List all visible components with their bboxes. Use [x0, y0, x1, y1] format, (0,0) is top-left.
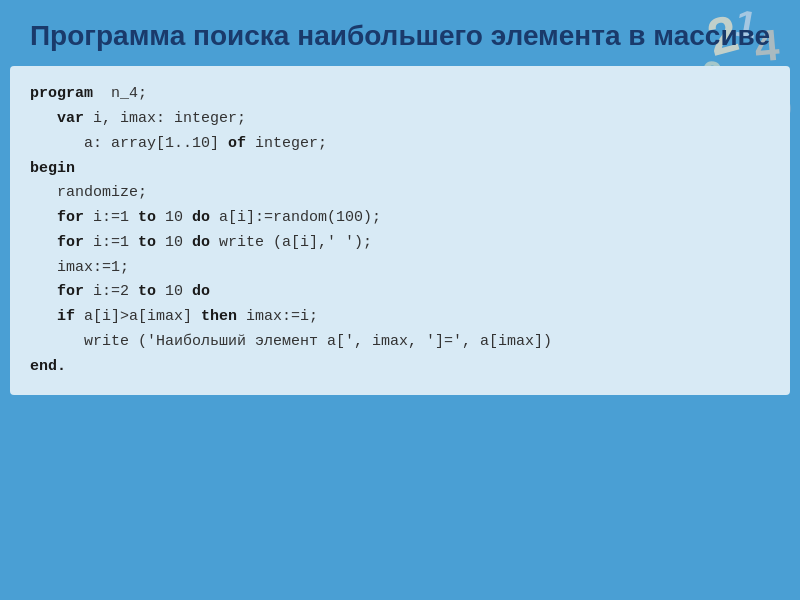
code-block: program n_4; var i, imax: integer; a: ar…	[30, 82, 770, 379]
kw-end: end.	[30, 358, 66, 375]
kw-do2: do	[192, 234, 210, 251]
kw-for1: for	[57, 209, 84, 226]
kw-to3: to	[138, 283, 156, 300]
kw-begin: begin	[30, 160, 75, 177]
kw-var: var	[57, 110, 84, 127]
kw-program: program	[30, 85, 93, 102]
kw-of: of	[228, 135, 246, 152]
kw-for2: for	[57, 234, 84, 251]
kw-do3: do	[192, 283, 210, 300]
kw-if: if	[57, 308, 75, 325]
kw-then: then	[201, 308, 237, 325]
kw-to1: to	[138, 209, 156, 226]
page-title: Программа поиска наибольшего элемента в …	[0, 0, 800, 66]
kw-to2: to	[138, 234, 156, 251]
code-container: program n_4; var i, imax: integer; a: ar…	[10, 66, 790, 395]
kw-do1: do	[192, 209, 210, 226]
kw-for3: for	[57, 283, 84, 300]
